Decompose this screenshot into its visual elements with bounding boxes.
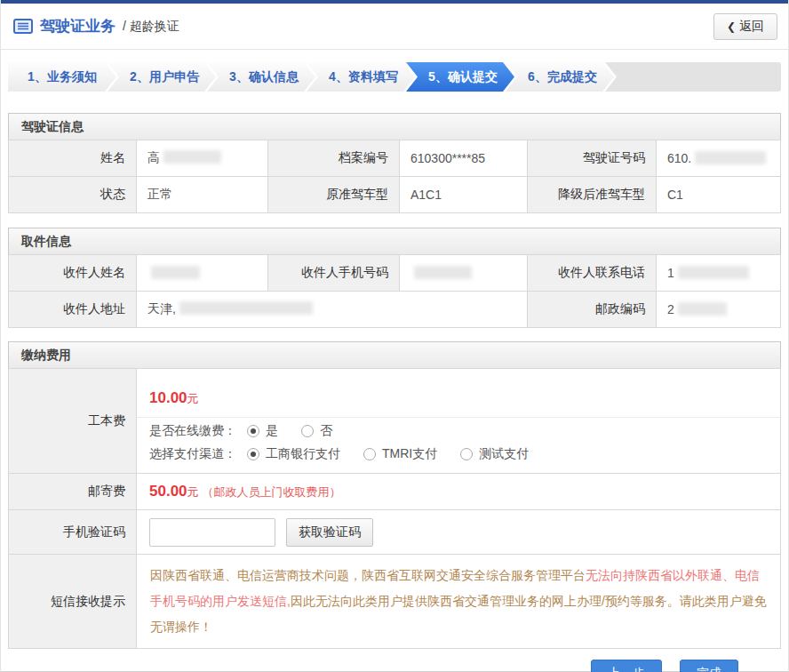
mail-fee-amount: 50.00 [149, 483, 187, 500]
sms-code-label: 手机验证码 [9, 510, 137, 555]
payment-channel-row: 选择支付渠道： 工商银行支付 TMRI支付 测试支付 [137, 441, 780, 464]
radio-unselected-icon [363, 448, 376, 460]
radio-channel-test[interactable]: 测试支付 [460, 446, 529, 462]
payment-section-title: 缴纳费用 [8, 341, 781, 368]
radio-channel-icbc[interactable]: 工商银行支付 [247, 446, 340, 462]
footer-actions: 上一步 完成 [1, 660, 738, 672]
license-number-label: 驾驶证号码 [528, 140, 657, 177]
list-icon [13, 19, 33, 34]
mail-fee-label: 邮寄费 [9, 474, 137, 510]
table-row: 短信接收提示 因陕西省联通、电信运营商技术问题，陕西省互联网交通安全综合服务管理… [9, 555, 781, 649]
table-row: 工本费 10.00元 是否在线缴费： 是 否 选择支付渠道： 工商银行支付 TM… [9, 369, 781, 474]
original-vehicle-type-label: 原准驾车型 [268, 177, 400, 213]
status-label: 状态 [9, 177, 137, 213]
step-3-confirm-info: 3、确认信息 [207, 62, 315, 92]
back-button-label: 返回 [739, 19, 764, 33]
step-label: 5、确认提交 [428, 69, 498, 84]
notice-text-part1: 因陕西省联通、电信运营商技术问题，陕西省互联网交通安全综合服务管理平台 [150, 568, 586, 582]
production-fee-label: 工本费 [9, 369, 137, 474]
step-bar-tail [605, 62, 781, 92]
downgraded-vehicle-type-value: C1 [657, 177, 781, 213]
production-fee-amount-line: 10.00元 [137, 378, 780, 418]
step-label: 6、完成提交 [528, 69, 597, 84]
step-label: 4、资料填写 [329, 69, 398, 84]
recipient-name-label: 收件人姓名 [9, 255, 137, 292]
payment-table: 工本费 10.00元 是否在线缴费： 是 否 选择支付渠道： 工商银行支付 TM… [8, 368, 781, 649]
pickup-info-table: 收件人姓名 收件人手机号码 收件人联系电话 1 收件人地址 天津, 邮政编码 2 [8, 254, 781, 328]
payment-section: 缴纳费用 工本费 10.00元 是否在线缴费： 是 否 选择支付渠道： 工 [8, 341, 781, 649]
recipient-mobile-label: 收件人手机号码 [268, 255, 400, 292]
mail-fee-note: （邮政人员上门收取费用） [203, 485, 341, 499]
recipient-address-value: 天津, [137, 292, 528, 328]
redacted-value [678, 266, 749, 279]
file-number-value: 610300****85 [400, 140, 528, 177]
step-wizard: 1、业务须知 2、用户申告 3、确认信息 4、资料填写 5、确认提交 6、完成提… [8, 62, 781, 92]
redacted-value [163, 150, 221, 164]
radio-channel-tmri[interactable]: TMRI支付 [363, 446, 437, 462]
sms-notice-label: 短信接收提示 [9, 555, 137, 649]
mail-fee-unit: 元 [187, 485, 199, 499]
page: 驾驶证业务 / 超龄换证 ❮返回 1、业务须知 2、用户申告 3、确认信息 4、… [0, 0, 789, 672]
breadcrumb-current: / 超龄换证 [123, 19, 179, 35]
page-title: 驾驶证业务 [40, 16, 116, 36]
redacted-value [151, 266, 200, 279]
postal-code-value: 2 [657, 292, 781, 328]
step-4-fill-data: 4、资料填写 [307, 62, 415, 92]
radio-label: 测试支付 [479, 446, 529, 462]
recipient-phone-value: 1 [657, 255, 781, 292]
page-header: 驾驶证业务 / 超龄换证 ❮返回 [1, 4, 788, 50]
redacted-value [179, 301, 313, 315]
postal-code-label: 邮政编码 [528, 292, 657, 328]
radio-unselected-icon [301, 425, 314, 437]
step-label: 3、确认信息 [229, 69, 299, 84]
radio-label: 是 [266, 423, 278, 439]
table-row: 状态 正常 原准驾车型 A1C1 降级后准驾车型 C1 [9, 177, 781, 213]
back-arrow-icon: ❮ [727, 20, 736, 33]
radio-online-yes[interactable]: 是 [247, 423, 278, 439]
radio-selected-icon [247, 425, 259, 437]
license-number-value: 610. [657, 140, 781, 177]
production-fee-unit: 元 [187, 392, 199, 405]
table-row: 邮寄费 50.00元（邮政人员上门收取费用） [9, 474, 781, 510]
previous-step-button[interactable]: 上一步 [591, 660, 662, 672]
finish-button[interactable]: 完成 [680, 660, 738, 672]
radio-unselected-icon [460, 448, 473, 460]
pickup-info-section: 取件信息 收件人姓名 收件人手机号码 收件人联系电话 1 收件人地址 天津, 邮… [8, 228, 781, 328]
online-payment-question: 是否在线缴费： [149, 423, 236, 439]
online-payment-question-row: 是否在线缴费： 是 否 [137, 418, 780, 441]
step-2-user-declaration: 2、用户申告 [108, 62, 216, 92]
license-info-section: 驾驶证信息 姓名 高 档案编号 610300****85 驾驶证号码 610. … [8, 113, 781, 213]
table-row: 手机验证码 获取验证码 [9, 510, 781, 555]
step-6-complete-submit: 6、完成提交 [506, 62, 614, 92]
step-label: 1、业务须知 [28, 69, 97, 84]
status-value: 正常 [137, 177, 268, 213]
sms-code-input[interactable] [149, 518, 275, 547]
sms-notice-text: 因陕西省联通、电信运营商技术问题，陕西省互联网交通安全综合服务管理平台无法向持陕… [137, 555, 781, 649]
name-label: 姓名 [9, 140, 137, 177]
recipient-mobile-value [400, 255, 528, 292]
downgraded-vehicle-type-label: 降级后准驾车型 [528, 177, 657, 213]
table-row: 收件人姓名 收件人手机号码 收件人联系电话 1 [9, 255, 781, 292]
table-row: 收件人地址 天津, 邮政编码 2 [9, 292, 781, 328]
file-number-label: 档案编号 [268, 140, 400, 177]
original-vehicle-type-value: A1C1 [400, 177, 528, 213]
redacted-value [678, 302, 727, 316]
license-info-table: 姓名 高 档案编号 610300****85 驾驶证号码 610. 状态 正常 … [8, 140, 781, 213]
get-sms-code-button[interactable]: 获取验证码 [286, 518, 373, 547]
production-fee-content: 10.00元 是否在线缴费： 是 否 选择支付渠道： 工商银行支付 TMRI支付… [137, 369, 781, 474]
back-button[interactable]: ❮返回 [713, 13, 777, 40]
recipient-phone-label: 收件人联系电话 [528, 255, 657, 292]
redacted-value [695, 151, 766, 164]
recipient-name-value [137, 255, 268, 292]
production-fee-amount: 10.00 [149, 389, 187, 406]
radio-online-no[interactable]: 否 [301, 423, 332, 439]
license-section-title: 驾驶证信息 [8, 113, 781, 140]
pickup-section-title: 取件信息 [8, 228, 781, 254]
step-label: 2、用户申告 [130, 69, 199, 84]
step-5-confirm-submit-active: 5、确认提交 [406, 62, 514, 92]
radio-label: TMRI支付 [382, 446, 437, 462]
radio-selected-icon [247, 448, 259, 460]
radio-label: 工商银行支付 [266, 446, 340, 462]
recipient-address-label: 收件人地址 [9, 292, 137, 328]
mail-fee-content: 50.00元（邮政人员上门收取费用） [137, 474, 781, 510]
